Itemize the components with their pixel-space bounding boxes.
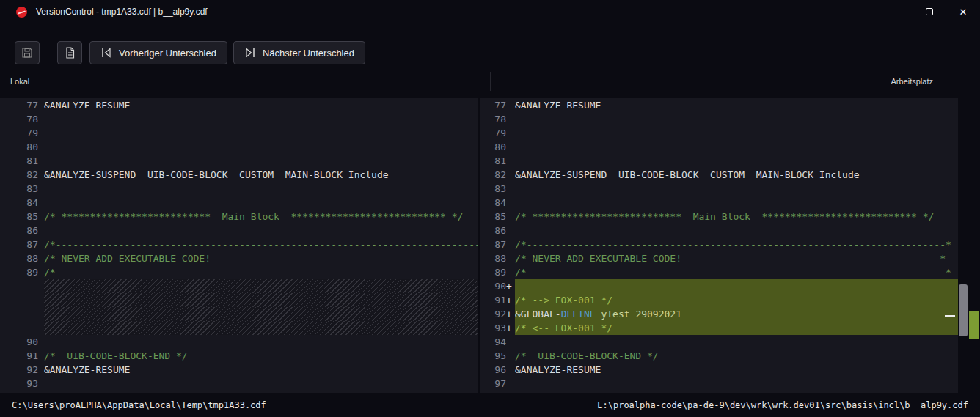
code-text: /* ************************** Main Block…: [44, 210, 478, 224]
next-difference-label: Nächster Unterschied: [263, 48, 354, 59]
code-text: /* --> FOX-001 */: [515, 293, 958, 307]
code-text: [44, 377, 478, 391]
line-number: 79: [480, 128, 506, 139]
status-bar: C:\Users\proALPHA\AppData\Local\Temp\tmp…: [0, 393, 980, 417]
line-number: 90: [480, 281, 506, 292]
code-text: [44, 224, 478, 237]
code-text: [44, 182, 478, 196]
line-number: 96: [480, 364, 506, 375]
code-line: 85/* ************************** Main Blo…: [480, 210, 958, 224]
code-line: 87/*------------------------------------…: [480, 237, 958, 251]
line-number: 82: [0, 169, 38, 180]
code-line: 93: [0, 377, 478, 391]
code-text: &ANALYZE-RESUME: [515, 363, 958, 377]
document-icon: [65, 47, 76, 59]
pane-headers: Lokal Arbeitsplatz: [0, 64, 980, 98]
skip-next-icon: [244, 48, 256, 58]
title-bar[interactable]: VersionControl - tmp1A33.cdf | b__alp9y.…: [0, 0, 980, 23]
scrollbar-thumb[interactable]: [959, 284, 968, 336]
code-text: [44, 196, 478, 210]
code-line: 82&ANALYZE-SUSPEND _UIB-CODE-BLOCK _CUST…: [480, 168, 958, 182]
code-text: [44, 279, 478, 293]
line-number: 81: [0, 155, 38, 166]
code-line: 92&ANALYZE-RESUME: [0, 363, 478, 377]
minimize-button[interactable]: [879, 0, 913, 23]
line-number: 94: [480, 336, 506, 347]
line-number: 86: [480, 225, 506, 236]
code-line: [0, 279, 478, 293]
code-line: 88/* NEVER ADD EXECUTABLE CODE!: [0, 251, 478, 265]
code-line: 78: [0, 112, 478, 126]
previous-difference-button[interactable]: Vorheriger Unterschied: [89, 41, 227, 64]
close-button[interactable]: ✕: [946, 0, 980, 23]
line-number: 84: [480, 197, 506, 208]
current-diff-indicator: [945, 315, 955, 317]
line-number: 87: [480, 239, 506, 250]
line-number: 86: [0, 225, 38, 236]
report-button[interactable]: [57, 41, 82, 64]
line-number: 79: [0, 128, 38, 139]
next-difference-button[interactable]: Nächster Unterschied: [233, 41, 365, 64]
line-number: 83: [480, 183, 506, 194]
line-number: 85: [480, 211, 506, 222]
save-button[interactable]: [15, 41, 40, 64]
code-line: 79: [0, 126, 478, 140]
code-line: 89/*------------------------------------…: [480, 265, 958, 279]
diff-map-marker[interactable]: [969, 311, 979, 339]
code-line: 90: [0, 335, 478, 349]
local-code-pane[interactable]: 77&ANALYZE-RESUME7879808182&ANALYZE-SUSP…: [0, 98, 478, 393]
line-number: 88: [480, 253, 506, 264]
line-number: 93: [0, 378, 38, 389]
code-line: 86: [480, 224, 958, 237]
code-text: /* NEVER ADD EXECUTABLE CODE! *: [515, 251, 958, 265]
toolbar: Vorheriger Unterschied Nächster Untersch…: [0, 23, 980, 64]
diff-marker: +: [506, 281, 515, 292]
code-text: /* <-- FOX-001 */: [515, 321, 958, 335]
maximize-button[interactable]: [913, 0, 946, 23]
code-line: [0, 321, 478, 335]
code-line: 77&ANALYZE-RESUME: [0, 98, 478, 112]
code-line: 95/* _UIB-CODE-BLOCK-END */: [480, 349, 958, 363]
code-line: 96&ANALYZE-RESUME: [480, 363, 958, 377]
maximize-icon: [926, 8, 933, 15]
code-text: /*--------------------------------------…: [515, 265, 958, 279]
code-line: 87/*------------------------------------…: [0, 237, 478, 251]
line-number: 77: [0, 100, 38, 111]
code-text: /*--------------------------------------…: [44, 237, 478, 251]
code-line: 81: [0, 154, 478, 168]
code-line: 91+/* --> FOX-001 */: [480, 293, 958, 307]
workspace-code-pane[interactable]: 77&ANALYZE-RESUME7879808182&ANALYZE-SUSP…: [480, 98, 958, 393]
code-line: 82&ANALYZE-SUSPEND _UIB-CODE-BLOCK _CUST…: [0, 168, 478, 182]
code-line: 77&ANALYZE-RESUME: [480, 98, 958, 112]
code-line: 78: [480, 112, 958, 126]
line-number: 85: [0, 211, 38, 222]
code-text: [515, 196, 958, 210]
code-text: &ANALYZE-RESUME: [44, 363, 478, 377]
scrollbar-area: [958, 98, 980, 393]
code-text: [515, 279, 958, 293]
code-line: 84: [0, 196, 478, 210]
code-line: 94: [480, 335, 958, 349]
line-number: 87: [0, 239, 38, 250]
save-icon: [21, 47, 33, 59]
code-line: 79: [480, 126, 958, 140]
code-text: [44, 140, 478, 154]
previous-difference-label: Vorheriger Unterschied: [119, 48, 216, 59]
line-number: 82: [480, 169, 506, 180]
right-pane-header: Arbeitsplatz: [891, 77, 933, 86]
minimize-icon: [892, 12, 900, 12]
code-line: 81: [480, 154, 958, 168]
diff-view: 77&ANALYZE-RESUME7879808182&ANALYZE-SUSP…: [0, 98, 980, 393]
code-text: [515, 335, 958, 349]
code-line: 83: [480, 182, 958, 196]
code-text: [44, 293, 478, 307]
line-number: 93: [480, 322, 506, 333]
line-number: 90: [0, 336, 38, 347]
code-text: [515, 112, 958, 126]
code-text: /* _UIB-CODE-BLOCK-END */: [515, 349, 958, 363]
code-line: [0, 307, 478, 321]
diff-marker: +: [506, 295, 515, 306]
code-line: 93+/* <-- FOX-001 */: [480, 321, 958, 335]
code-text: [515, 182, 958, 196]
line-number: 81: [480, 155, 506, 166]
